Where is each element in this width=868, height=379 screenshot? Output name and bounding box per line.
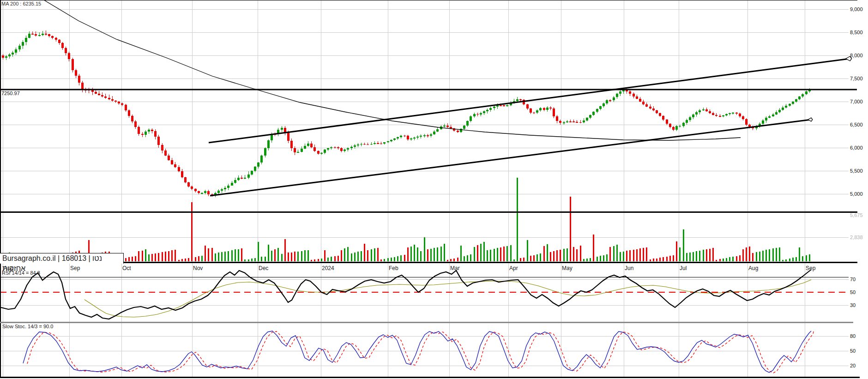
axis-tick-label: 6,000 xyxy=(850,144,863,151)
axis-tick-label: 30 xyxy=(850,302,856,308)
trendline-arrow-diamond xyxy=(808,118,813,121)
month-label: Sep xyxy=(70,265,80,271)
month-label: May xyxy=(562,265,573,271)
axis-tick-label: 2,838 xyxy=(850,234,863,241)
axis-tick-label: 7,000 xyxy=(850,98,863,105)
axis-tick-label: 7,500 xyxy=(850,75,863,82)
month-label: Nov xyxy=(193,265,203,271)
axis-tick-label: 20 xyxy=(850,362,856,369)
watermark-branding: Bursagraph.co.il | 168013 | נטו אחזקות xyxy=(0,253,124,264)
month-label: Oct xyxy=(122,265,131,271)
month-label: Feb xyxy=(389,265,398,271)
month-label: Sep xyxy=(806,265,815,271)
rsi-signal-line xyxy=(84,280,811,317)
trendline[interactable] xyxy=(209,56,852,143)
month-label: Dec xyxy=(259,265,268,271)
candles xyxy=(2,30,811,197)
stoch-d-line xyxy=(27,331,814,373)
month-label: Jul xyxy=(680,265,687,271)
axis-tick-label: 5,675 xyxy=(850,212,863,218)
stoch-indicator-label: Slow Stoc. 14/3 = 90.0 xyxy=(2,324,53,329)
axis-tick-label: 8,000 xyxy=(850,52,863,59)
axis-tick-label: 6,500 xyxy=(850,121,863,128)
axis-tick-label: 80 xyxy=(850,333,856,339)
ma200-value-label: MA 200 : 6235.15 xyxy=(1,1,41,6)
month-label: Mar xyxy=(450,265,460,271)
month-label: Jun xyxy=(625,265,633,271)
month-label: Apr xyxy=(509,265,518,271)
month-label: Aug xyxy=(4,265,13,271)
price-level-label: 7250.97 xyxy=(1,90,20,96)
trendline[interactable] xyxy=(210,118,813,196)
axis-tick-label: 50 xyxy=(850,348,856,354)
axis-tick-label: 70 xyxy=(850,276,856,283)
month-label: 2024 xyxy=(322,265,334,271)
month-label: Aug xyxy=(748,265,758,271)
axis-tick-label: 5,500 xyxy=(850,168,863,174)
axis-tick-label: 50 xyxy=(850,289,856,295)
axis-tick-label: 8,500 xyxy=(850,29,863,36)
chart-canvas[interactable]: MA 200 : 6235.15 7250.97 Bursagraph.co.i… xyxy=(0,0,868,379)
axis-tick-label: 5,000 xyxy=(850,191,863,197)
volume-bars xyxy=(2,178,810,261)
axis-tick-label: 9,000 xyxy=(850,6,863,12)
